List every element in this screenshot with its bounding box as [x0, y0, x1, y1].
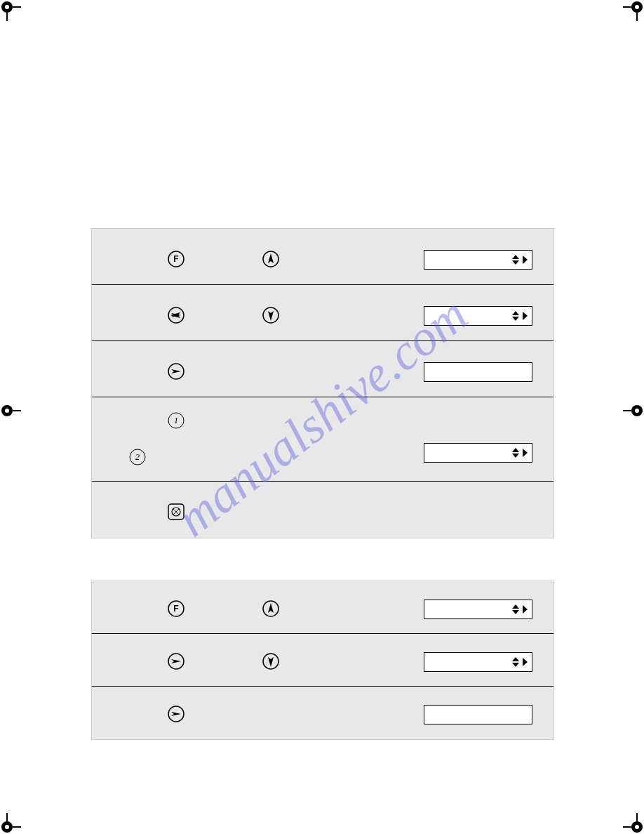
instruction-panel-2: F: [91, 581, 554, 740]
svg-text:2: 2: [135, 452, 140, 462]
right-triangle-icon: [523, 256, 528, 264]
display-field-6: [424, 600, 532, 619]
svg-point-1: [5, 5, 9, 9]
display-field-8: [424, 705, 532, 724]
crop-mark-bottom-right: [623, 813, 644, 834]
right-arrow-in-circle-icon: [166, 361, 187, 382]
step-row-8: [92, 687, 554, 739]
display-field-7: [424, 652, 532, 672]
up-down-arrows-icon: [512, 448, 519, 458]
display-field-2: [424, 306, 532, 326]
display-field-3: [424, 362, 532, 382]
crop-mark-top-right: [623, 0, 644, 21]
step-row-2: [92, 285, 554, 341]
right-triangle-icon: [523, 658, 528, 666]
right-triangle-icon: [523, 605, 528, 614]
up-arrow-in-circle-icon: [260, 598, 281, 619]
svg-point-13: [635, 825, 639, 829]
f-key-icon: F: [166, 249, 187, 270]
step-row-5: [92, 482, 554, 538]
right-arrow-in-circle-icon: [166, 651, 187, 672]
crop-mark-right: [623, 400, 644, 421]
right-arrow-in-circle-icon: [166, 305, 187, 326]
right-arrow-in-circle-icon: [166, 703, 187, 724]
down-arrow-in-circle-icon: [260, 305, 281, 326]
up-down-arrows-icon: [512, 657, 519, 667]
right-triangle-icon: [523, 449, 528, 457]
right-triangle-icon: [523, 312, 528, 320]
step-row-7: [92, 634, 554, 687]
svg-text:F: F: [173, 254, 178, 264]
svg-point-5: [635, 5, 639, 9]
main-content: F: [91, 228, 554, 782]
display-field-1: [424, 250, 532, 270]
svg-text:1: 1: [174, 416, 178, 425]
down-arrow-in-circle-icon: [260, 651, 281, 672]
step-row-4: 1 2: [92, 397, 554, 482]
crop-mark-bottom-left: [0, 813, 21, 834]
crop-mark-left: [0, 400, 21, 421]
svg-point-17: [5, 409, 9, 413]
crop-mark-top-left: [0, 0, 21, 21]
instruction-panel-1: F: [91, 228, 554, 538]
up-arrow-in-circle-icon: [260, 249, 281, 270]
f-key-icon: F: [166, 598, 187, 619]
circle-two-icon: 2: [127, 446, 148, 468]
stop-button-icon: [166, 501, 187, 522]
svg-point-20: [635, 409, 639, 413]
step-row-6: F: [92, 581, 554, 634]
up-down-arrows-icon: [512, 255, 519, 265]
svg-text:F: F: [173, 604, 178, 614]
up-down-arrows-icon: [512, 604, 519, 614]
display-field-4: [424, 443, 532, 463]
step-row-3: [92, 341, 554, 397]
circle-one-icon: 1: [166, 410, 187, 431]
up-down-arrows-icon: [512, 311, 519, 321]
svg-point-9: [5, 825, 9, 829]
step-row-1: F: [92, 229, 554, 285]
